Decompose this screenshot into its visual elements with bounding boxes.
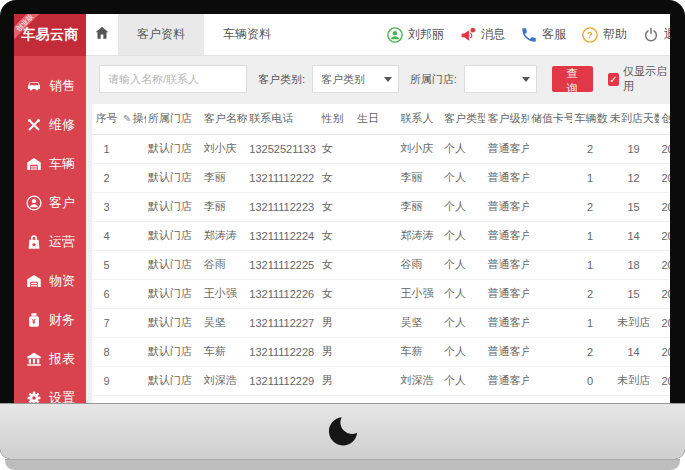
column-header-contact[interactable]: 联系人 (398, 104, 441, 134)
cell-action (121, 279, 146, 308)
user-menu[interactable]: 刘邦丽 (386, 26, 444, 44)
table-row[interactable]: 10默认门店车具13211112230男车具个人普通客户352018/1 (92, 395, 670, 403)
sidebar-item-sales[interactable]: 销售 (14, 66, 86, 105)
cell-phone: 13211112229 (247, 366, 319, 395)
filter-bar: 客户类别: 客户类别 所属门店: 查询 ✓ 仅显 (86, 56, 670, 102)
sidebar-item-repair[interactable]: 维修 (14, 105, 86, 144)
cell-store: 默认门店 (146, 250, 202, 279)
cell-phone: 13211112223 (247, 192, 319, 221)
column-header-index[interactable]: 序号 (92, 104, 121, 134)
sidebar-item-label: 财务 (49, 311, 75, 329)
table-row[interactable]: 1默认门店刘小庆13252521133女刘小庆个人普通客户2192018/1 (92, 134, 670, 163)
column-header-store[interactable]: 所属门店 (146, 104, 202, 134)
cell-created: 2018/1 (659, 134, 670, 163)
cell-contact: 车薪 (398, 337, 441, 366)
home-button[interactable] (86, 14, 118, 55)
column-header-gender[interactable]: 性别 (320, 104, 355, 134)
messages-label: 消息 (481, 26, 505, 43)
cell-index: 7 (92, 308, 121, 337)
phone-icon (520, 26, 538, 44)
cell-days-away: 14 (608, 337, 660, 366)
cell-card (529, 337, 572, 366)
finance-icon: ¥ (25, 311, 43, 329)
tab-customer-info[interactable]: 客户资料 (118, 14, 204, 55)
column-header-type[interactable]: 客户类型 (442, 104, 485, 134)
sidebar-item-label: 设置 (49, 389, 75, 404)
sidebar-item-label: 物资 (49, 272, 75, 290)
sidebar-item-finance[interactable]: ¥ 财务 (14, 300, 86, 339)
table-row[interactable]: 2默认门店李丽13211112222女李丽个人普通客户1122018/1 (92, 163, 670, 192)
cell-days-away: 未到店 (608, 366, 660, 395)
only-enabled-label: 仅显示启用 (623, 64, 670, 94)
category-select[interactable]: 客户类别 (312, 65, 399, 93)
column-header-action[interactable]: ✎操作 (121, 104, 146, 134)
cell-created: 2018/1 (659, 395, 670, 403)
sidebar-item-operations[interactable]: 运营 (14, 222, 86, 261)
cell-level: 普通客户 (485, 395, 528, 403)
table-row[interactable]: 7默认门店吴坚13211112227男吴坚个人普通客户1未到店2018/1 (92, 308, 670, 337)
cell-phone: 13211112227 (247, 308, 319, 337)
table-row[interactable]: 5默认门店谷雨13211112225女谷雨个人普通客户1182018/1 (92, 250, 670, 279)
sidebar-item-settings[interactable]: 设置 (14, 378, 86, 403)
cell-gender: 男 (320, 395, 355, 403)
cell-level: 普通客户 (485, 163, 528, 192)
table-row[interactable]: 6默认门店王小强13211112226女王小强个人普通客户2152018/1 (92, 279, 670, 308)
table-row[interactable]: 9默认门店刘深浩13211112229男刘深浩个人普通客户0未到店2018/1 (92, 366, 670, 395)
sidebar-item-reports[interactable]: 报表 (14, 339, 86, 378)
search-input[interactable] (99, 65, 247, 93)
cell-type: 个人 (442, 250, 485, 279)
user-name: 刘邦丽 (408, 26, 444, 43)
cell-level: 普通客户 (485, 279, 528, 308)
user-icon (386, 26, 404, 44)
column-header-name[interactable]: 客户名称 (202, 104, 248, 134)
category-label: 客户类别: (258, 72, 305, 87)
table-row[interactable]: 3默认门店李丽13211112223女李丽个人普通客户2152018/1 (92, 192, 670, 221)
sidebar-item-customers[interactable]: 客户 (14, 183, 86, 222)
table-row[interactable]: 8默认门店车薪13211112228男车薪个人普通客户2142018/1 (92, 337, 670, 366)
messages-button[interactable]: 消息 (459, 26, 505, 44)
cell-created: 2018/1 (659, 250, 670, 279)
cell-days-away: 5 (608, 395, 660, 403)
only-enabled-toggle[interactable]: ✓ 仅显示启用 (608, 64, 670, 94)
cell-created: 2018/1 (659, 308, 670, 337)
sidebar-item-label: 维修 (49, 116, 75, 134)
logout-button[interactable]: 退出 (642, 26, 670, 44)
table-header-row: 序号✎操作所属门店客户名称联系电话性别生日联系人客户类型客户级别储值卡号车辆数未… (92, 104, 670, 134)
category-select-value: 客户类别 (321, 72, 365, 87)
cell-card (529, 308, 572, 337)
cell-created: 2018/1 (659, 163, 670, 192)
cell-vehicles: 2 (572, 134, 607, 163)
cell-birthday (355, 163, 398, 192)
column-header-days-away[interactable]: 未到店天数 (608, 104, 660, 134)
sidebar-item-vehicles[interactable]: 车辆 (14, 144, 86, 183)
column-header-card[interactable]: 储值卡号 (529, 104, 572, 134)
store-select[interactable] (464, 65, 537, 93)
cell-store: 默认门店 (146, 366, 202, 395)
cell-level: 普通客户 (485, 134, 528, 163)
cell-action (121, 308, 146, 337)
cell-level: 普通客户 (485, 308, 528, 337)
query-button[interactable]: 查询 (552, 66, 593, 92)
cell-gender: 男 (320, 337, 355, 366)
sidebar-item-materials[interactable]: 物资 (14, 261, 86, 300)
sidebar-item-label: 车辆 (49, 155, 75, 173)
cell-name: 刘深浩 (202, 366, 248, 395)
column-header-phone[interactable]: 联系电话 (247, 104, 319, 134)
app-logo[interactable]: 创业版 车易云商 (14, 14, 86, 56)
tab-vehicle-info[interactable]: 车辆资料 (204, 14, 290, 55)
service-button[interactable]: 客服 (520, 26, 566, 44)
cell-phone: 13211112228 (247, 337, 319, 366)
cell-birthday (355, 192, 398, 221)
table-row[interactable]: 4默认门店郑涛涛13211112224女郑涛涛个人普通客户1142018/1 (92, 221, 670, 250)
svg-text:¥: ¥ (32, 318, 36, 325)
wrench-icon (25, 116, 43, 134)
help-button[interactable]: ? 帮助 (581, 26, 627, 44)
cell-created: 2018/1 (659, 192, 670, 221)
cell-action (121, 163, 146, 192)
column-header-created[interactable]: 创建时间 (659, 104, 670, 134)
column-header-level[interactable]: 客户级别 (485, 104, 528, 134)
cell-contact: 吴坚 (398, 308, 441, 337)
column-header-vehicles[interactable]: 车辆数 (572, 104, 607, 134)
column-header-birthday[interactable]: 生日 (355, 104, 398, 134)
cell-birthday (355, 221, 398, 250)
